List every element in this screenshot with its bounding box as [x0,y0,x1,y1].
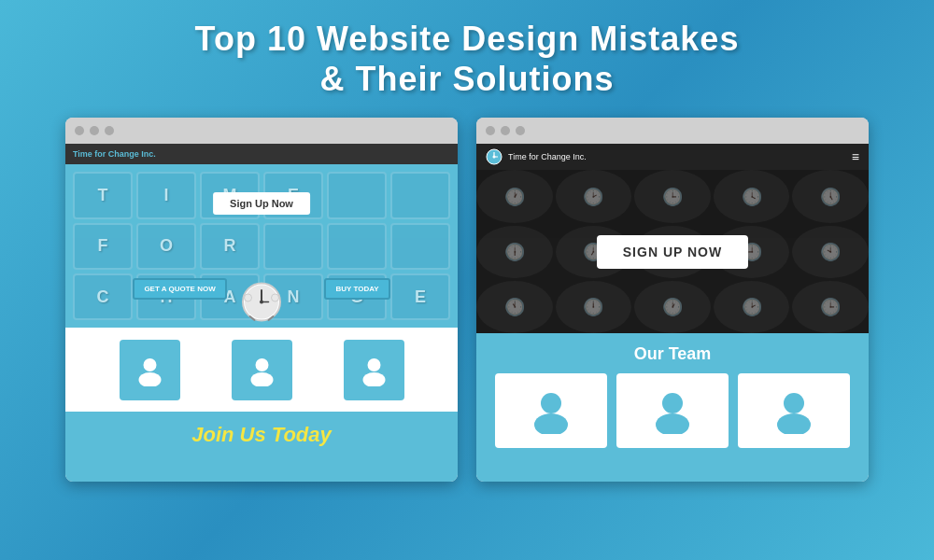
bg-clock-4: 🕓 [714,170,790,222]
avatar-icon-2 [246,354,278,386]
svg-point-19 [541,393,561,413]
buy-today-button[interactable]: Buy Today [324,278,389,300]
tile-t: T [73,172,133,218]
left-nav-brand: Time for Change Inc. [73,149,156,159]
team-avatars [495,373,850,448]
join-text: Join Us Today [191,423,332,447]
browser-dot-green [105,126,114,135]
browsers-container: Time for Change Inc. T I M E F O R [19,118,915,482]
svg-point-11 [255,358,268,371]
right-nav-brand: Time for Change Inc. [486,148,587,165]
left-hero: T I M E F O R C H A N G E [65,164,458,328]
bg-clock-1: 🕐 [476,170,553,222]
bg-clock-10: 🕙 [792,226,869,278]
bg-clock-5: 🕔 [792,170,869,222]
bg-clock-13: 🕐 [634,281,711,333]
right-browser-content: Time for Change Inc. ≡ 🕐 🕑 🕒 🕓 🕔 🕕 🕖 🕗 🕘… [476,144,869,482]
left-signup-button[interactable]: Sign Up Now [213,192,310,215]
right-signup-button[interactable]: SIGN UP NOW [597,235,748,269]
svg-point-23 [784,393,804,413]
title-line2: & Their Solutions [195,59,740,99]
get-quote-button[interactable]: Get A Quote Now [133,278,226,300]
nav-clock-icon [486,148,502,165]
tile-c: O [136,223,196,270]
svg-point-9 [143,358,156,371]
tile-r: F [73,223,133,270]
svg-point-8 [272,294,279,301]
hamburger-icon[interactable]: ≡ [852,149,859,164]
svg-point-20 [534,413,568,434]
right-dot-yellow [501,126,510,135]
right-avatar-2 [616,373,729,448]
tile-h: R [200,223,260,270]
right-browser: Time for Change Inc. ≡ 🕐 🕑 🕒 🕓 🕔 🕕 🕖 🕗 🕘… [476,118,869,482]
svg-point-10 [138,372,161,386]
title-line1: Top 10 Website Design Mistakes [195,19,740,59]
svg-point-13 [367,358,380,371]
right-brand-text: Time for Change Inc. [508,152,587,161]
right-avatar-1 [495,373,607,448]
bg-clock-12: 🕛 [556,281,632,333]
tile-o [390,172,450,218]
bg-clock-2: 🕑 [556,170,632,222]
right-dot-green [516,126,525,135]
left-browser-bar [65,118,458,144]
bg-clock-11: 🕚 [476,281,553,333]
avatar-3 [344,340,404,400]
avatar-icon-1 [134,354,166,386]
browser-dot-red [75,126,84,135]
left-team-section [65,328,458,412]
clock-icon [241,281,283,323]
avatar-1 [120,340,180,400]
svg-point-14 [362,372,385,386]
right-avatar-3 [738,373,850,448]
left-footer: Join Us Today [65,412,458,458]
right-nav: Time for Change Inc. ≡ [476,144,869,170]
browser-dot-yellow [90,126,99,135]
right-browser-bar [476,118,869,144]
svg-point-12 [250,372,273,386]
bg-clock-14: 🕑 [714,281,790,333]
svg-point-24 [777,413,811,434]
right-avatar-icon-1 [528,387,574,434]
avatar-2 [232,340,292,400]
tile-a [263,223,323,270]
left-browser-content: Time for Change Inc. T I M E F O R [65,144,458,482]
bg-clock-3: 🕒 [634,170,711,222]
svg-point-21 [662,393,683,413]
bg-clock-6: 🕕 [476,226,553,278]
right-hero: 🕐 🕑 🕒 🕓 🕔 🕕 🕖 🕗 🕘 🕙 🕚 🕛 🕐 🕑 🕒 [476,170,869,333]
right-dot-red [486,126,495,135]
tile-n [327,223,387,270]
right-team-section: Our Team [476,333,869,482]
tile-f [327,172,387,218]
bg-clock-15: 🕒 [792,281,869,333]
right-avatar-icon-3 [771,387,817,434]
svg-point-7 [245,294,252,301]
left-nav: Time for Change Inc. [65,144,458,164]
our-team-title: Our Team [495,344,850,364]
avatar-icon-3 [358,354,390,386]
tile-g [390,223,450,270]
right-avatar-icon-2 [649,387,696,434]
main-title: Top 10 Website Design Mistakes & Their S… [195,19,740,99]
left-browser: Time for Change Inc. T I M E F O R [65,118,458,482]
svg-point-22 [656,413,689,434]
tile-i: I [136,172,196,218]
